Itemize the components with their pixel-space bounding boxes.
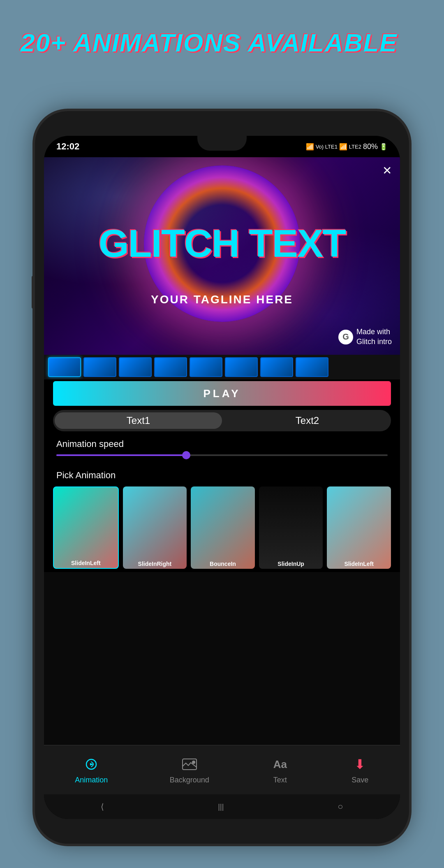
nav-item-animation[interactable]: Animation: [75, 755, 108, 784]
header-title: 20+ ANIMATIONS AVAILABLE: [21, 28, 398, 57]
nav-label-animation: Animation: [75, 776, 108, 784]
nav-back-gesture[interactable]: |||: [218, 803, 224, 811]
speed-slider-track[interactable]: [56, 454, 388, 456]
nav-item-background[interactable]: Background: [170, 755, 209, 784]
play-button-label: PLAY: [204, 387, 241, 400]
anim-thumb-5[interactable]: [190, 357, 222, 377]
signal-text: Vo) LTE1: [316, 144, 338, 150]
system-nav-bar: ⟨ ||| ○: [44, 794, 400, 819]
nav-item-save[interactable]: ⬇ Save: [351, 755, 369, 784]
bottom-nav: Animation Background Aa Text ⬇: [44, 745, 400, 794]
speed-slider-thumb[interactable]: [182, 451, 190, 459]
tagline-text: YOUR TAGLINE HERE: [44, 293, 400, 306]
nav-label-background: Background: [170, 776, 209, 784]
phone-side-button: [32, 276, 35, 309]
dark-content-area: [44, 572, 400, 745]
nav-home-icon[interactable]: ○: [338, 801, 343, 812]
anim-card-1[interactable]: SlideInLeft: [53, 486, 119, 569]
preview-area: GLITCH TEXT YOUR TAGLINE HERE ✕ G Made w…: [44, 157, 400, 355]
animation-speed-label: Animation speed: [56, 439, 124, 449]
anim-card-4[interactable]: SlideInUp: [259, 486, 323, 569]
anim-thumb-8[interactable]: [296, 357, 328, 377]
watermark-logo-icon: G: [338, 330, 353, 344]
battery-icon: 🔋: [379, 143, 388, 151]
anim-thumb-6[interactable]: [225, 357, 258, 377]
anim-card-1-label: SlideInLeft: [54, 560, 118, 566]
speed-slider-fill: [56, 454, 189, 456]
animation-cards-container: SlideInLeft SlideInRight BounceIn SlideI…: [53, 486, 391, 569]
signal-text2: LTE2: [349, 144, 361, 150]
tab-text1[interactable]: Text1: [55, 412, 222, 429]
animation-icon: [82, 755, 100, 773]
text-icon: Aa: [271, 755, 289, 773]
nav-item-text[interactable]: Aa Text: [271, 755, 289, 784]
battery-text: 80%: [363, 142, 378, 151]
anim-thumb-7[interactable]: [260, 357, 293, 377]
watermark: G Made withGlitch intro: [338, 327, 392, 347]
anim-card-3-label: BounceIn: [191, 561, 255, 567]
status-time: 12:02: [56, 141, 79, 152]
play-button[interactable]: PLAY: [53, 381, 391, 406]
anim-thumb-2[interactable]: [83, 357, 116, 377]
anim-card-2[interactable]: SlideInRight: [123, 486, 187, 569]
svg-point-3: [192, 761, 195, 764]
pick-animation-label: Pick Animation: [56, 470, 116, 481]
anim-thumb-3[interactable]: [119, 357, 152, 377]
watermark-label: Made withGlitch intro: [356, 327, 392, 347]
anim-thumb-4[interactable]: [154, 357, 187, 377]
anim-card-2-label: SlideInRight: [123, 561, 187, 567]
glitch-text-display: GLITCH TEXT: [44, 221, 400, 266]
animation-strip: [44, 355, 400, 379]
anim-card-5-label: SlideInLeft: [327, 561, 391, 567]
nav-label-text: Text: [273, 776, 287, 784]
phone-frame: 12:02 📶 Vo) LTE1 📶 LTE2 80% 🔋 GLITCH TEX…: [35, 111, 409, 844]
nav-label-save: Save: [352, 776, 368, 784]
anim-card-4-label: SlideInUp: [259, 561, 323, 567]
save-icon: ⬇: [351, 755, 369, 773]
signal-icon2: 📶: [339, 143, 347, 151]
background-icon: [180, 755, 199, 773]
nav-back-icon[interactable]: ⟨: [101, 802, 104, 812]
tabs-bar: Text1 Text2: [53, 410, 391, 431]
phone-screen: 12:02 📶 Vo) LTE1 📶 LTE2 80% 🔋 GLITCH TEX…: [44, 136, 400, 819]
phone-notch: [197, 136, 247, 151]
status-icons-group: 📶 Vo) LTE1 📶 LTE2 80% 🔋: [306, 142, 388, 151]
tab-text2[interactable]: Text2: [224, 415, 391, 426]
anim-thumb-1[interactable]: [48, 357, 81, 377]
anim-card-3[interactable]: BounceIn: [191, 486, 255, 569]
close-button[interactable]: ✕: [382, 164, 392, 177]
wifi-icon: 📶: [306, 143, 314, 151]
anim-card-5[interactable]: SlideInLeft: [327, 486, 391, 569]
